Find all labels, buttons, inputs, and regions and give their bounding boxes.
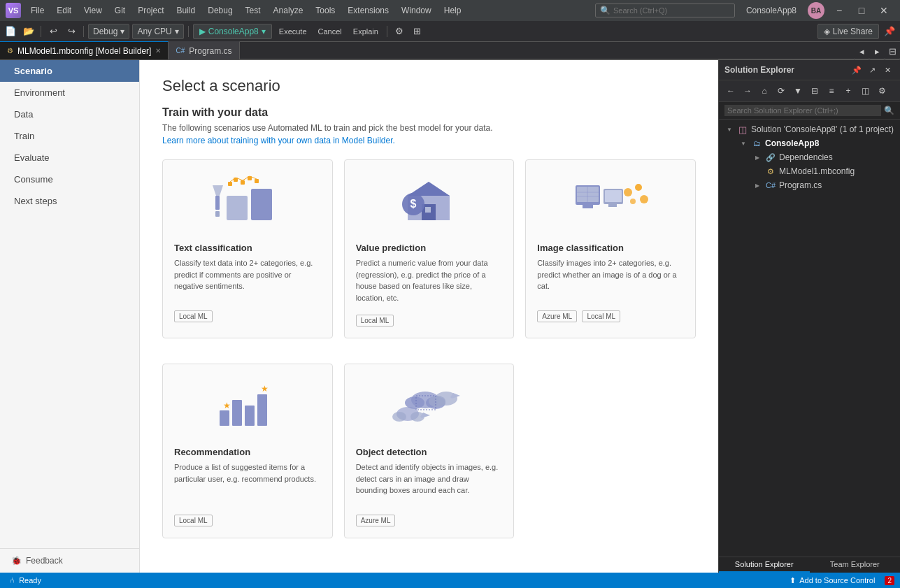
menu-help[interactable]: Help [438,4,467,17]
expand-solution-icon[interactable]: ▼ [724,124,734,134]
toolbar-more-1[interactable]: ⚙ [392,24,407,39]
cancel-btn[interactable]: Cancel [314,24,346,39]
tab-scroll-left[interactable]: ◂ [854,44,869,59]
close-button[interactable]: ✕ [873,3,894,17]
learn-more-link[interactable]: Learn more about training with your own … [162,136,395,145]
config-dropdown[interactable]: Debug ▾ [88,24,129,39]
menu-analyze[interactable]: Analyze [268,4,309,17]
maximize-button[interactable]: □ [851,3,872,17]
run-label: ConsoleApp8 [208,27,259,36]
card-object-detection[interactable]: Object detection Detect and identify obj… [344,364,515,538]
menu-project[interactable]: Project [132,4,169,17]
error-badge[interactable]: 2 [885,576,894,585]
menu-file[interactable]: File [25,4,50,17]
se-search-input[interactable] [724,105,881,116]
se-home-btn[interactable]: ⌂ [757,83,772,99]
se-sync-btn[interactable]: ⟳ [773,83,789,99]
vs-logo-icon: VS [6,3,21,18]
menu-git[interactable]: Git [109,4,131,17]
minimize-button[interactable]: − [829,3,850,17]
menu-test[interactable]: Test [240,4,266,17]
tree-dependencies[interactable]: ▶ 🔗 Dependencies [719,150,900,164]
card-image-image-classification [537,171,684,234]
solution-tree: ▼ ◫ Solution 'ConsoleApp8' (1 of 1 proje… [719,120,900,557]
svg-rect-21 [577,187,599,202]
tree-program-cs[interactable]: ▶ C# Program.cs [719,178,900,192]
se-pin-btn[interactable]: 📌 [850,63,864,77]
redo-btn[interactable]: ↪ [64,24,79,39]
tab-scroll-right[interactable]: ▸ [869,44,885,59]
run-button[interactable]: ▶ ConsoleApp8 ▾ [193,24,272,39]
tag-local-ml-rec: Local ML [174,515,213,526]
tab-mlmodel[interactable]: ⚙ MLModel1.mbconfig [Model Builder] ✕ [0,41,169,59]
live-share-button[interactable]: ◈ Live Share [817,24,879,39]
card-tags-value-prediction: Local ML [356,312,503,327]
se-back-btn[interactable]: ← [723,83,738,99]
expand-dependencies-icon[interactable]: ▶ [752,152,762,162]
sidebar-item-environment[interactable]: Environment [0,82,139,103]
tag-local-ml-image: Local ML [582,310,620,322]
card-image-classification[interactable]: Image classification Classify images int… [525,159,696,338]
expand-program-icon[interactable]: ▶ [752,180,762,190]
new-project-btn[interactable]: 📄 [3,24,18,39]
sidebar-item-scenario[interactable]: Scenario [0,60,139,82]
card-value-prediction[interactable]: $ Value prediction Predict a numeric val… [344,159,515,338]
toolbar-more-2[interactable]: ⊞ [410,24,425,39]
tab-mlmodel-close[interactable]: ✕ [155,47,161,55]
sidebar-item-data[interactable]: Data [0,103,139,125]
se-forward-btn[interactable]: → [740,83,755,99]
menu-view[interactable]: View [78,4,108,17]
se-undock-btn[interactable]: ↗ [865,63,879,77]
se-properties-btn[interactable]: ≡ [824,83,839,99]
solution-icon: ◫ [737,124,748,135]
platform-dropdown[interactable]: Any CPU ▾ [132,24,183,39]
se-settings-btn[interactable]: ⚙ [874,83,890,99]
se-tab-team-explorer[interactable]: Team Explorer [810,557,901,573]
se-close-btn[interactable]: ✕ [880,63,894,77]
scenario-cards-row2: ★ ★ Recommendation Produce a list of sug… [162,364,696,538]
feedback-button[interactable]: 🐞 Feedback [0,548,139,573]
title-search-input[interactable] [613,6,711,15]
menu-tools[interactable]: Tools [310,4,341,17]
search-icon: 🔍 [600,6,610,15]
status-source-control[interactable]: ⬆ Add to Source Control [785,576,880,585]
undo-btn[interactable]: ↩ [45,24,61,39]
sidebar-item-consume[interactable]: Consume [0,168,139,190]
svg-rect-35 [245,406,255,426]
tree-project[interactable]: ▼ 🗂 ConsoleApp8 [719,136,900,150]
tree-mlmodel[interactable]: ⚙ MLModel1.mbconfig [719,164,900,178]
card-text-classification[interactable]: Text classification Classify text data i… [162,159,333,338]
se-preview-btn[interactable]: ◫ [857,83,873,99]
tab-programcs-label: Program.cs [189,46,231,56]
tree-solution[interactable]: ▼ ◫ Solution 'ConsoleApp8' (1 of 1 proje… [719,122,900,136]
se-filter-btn[interactable]: ▼ [790,83,806,99]
menu-window[interactable]: Window [396,4,437,17]
tab-program-cs[interactable]: C# Program.cs [169,41,239,59]
menu-edit[interactable]: Edit [51,4,77,17]
menu-build[interactable]: Build [171,4,201,17]
main-layout: Scenario Environment Data Train Evaluate… [0,60,900,573]
card-recommendation[interactable]: ★ ★ Recommendation Produce a list of sug… [162,364,333,538]
tab-split[interactable]: ⊟ [885,44,900,59]
se-collapse-btn[interactable]: ⊟ [807,83,822,99]
menu-extensions[interactable]: Extensions [342,4,394,17]
se-newfile-btn[interactable]: + [841,83,856,99]
explain-btn[interactable]: Explain [349,24,383,39]
menu-debug[interactable]: Debug [202,4,238,17]
status-ready[interactable]: ⑃ Ready [6,576,45,585]
expand-project-icon[interactable]: ▼ [738,138,748,148]
se-search-icon: 🔍 [884,106,894,115]
tree-solution-label: Solution 'ConsoleApp8' (1 of 1 project) [751,124,894,134]
model-builder-sidebar: Scenario Environment Data Train Evaluate… [0,60,140,573]
open-btn[interactable]: 📂 [21,24,36,39]
card-desc-object-detection: Detect and identify objects in images, e… [356,461,503,503]
sidebar-item-evaluate[interactable]: Evaluate [0,147,139,168]
execute-btn[interactable]: Execute [275,24,311,39]
sidebar-item-train[interactable]: Train [0,125,139,147]
tree-project-label: ConsoleApp8 [765,138,819,148]
status-bar: ⑃ Ready ⬆ Add to Source Control 2 [0,573,900,588]
se-tab-solution-explorer[interactable]: Solution Explorer [719,557,810,573]
sidebar-item-next-steps[interactable]: Next steps [0,190,139,212]
pin-btn[interactable]: 📌 [882,24,897,39]
title-search-box[interactable]: 🔍 [595,3,735,17]
